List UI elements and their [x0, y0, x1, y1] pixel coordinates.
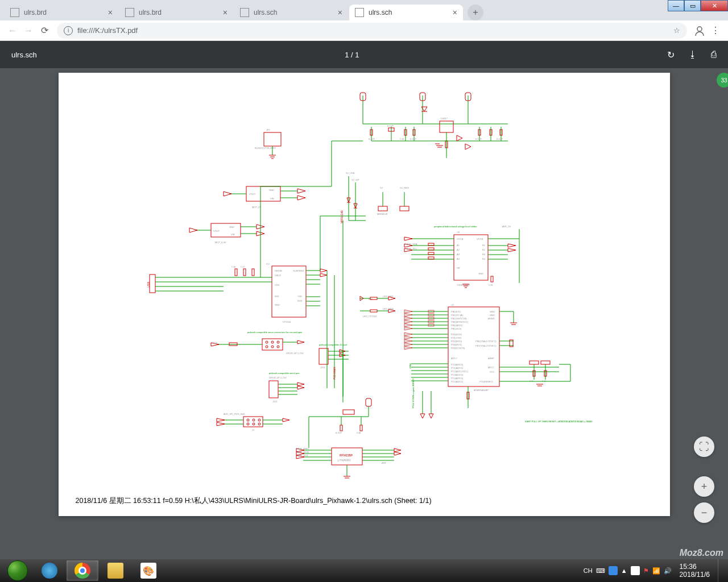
- svg-text:PB5(SCK): PB5(SCK): [451, 327, 462, 330]
- back-button[interactable]: ←: [5, 23, 20, 39]
- tray-volume-icon[interactable]: 🔊: [664, 567, 672, 575]
- tab-close[interactable]: ×: [453, 8, 457, 17]
- svg-text:B3: B3: [482, 253, 486, 256]
- svg-text:AVR_5V: AVR_5V: [502, 225, 511, 228]
- svg-text:ADC7: ADC7: [451, 357, 457, 360]
- tray-network-icon[interactable]: 📶: [652, 567, 660, 575]
- tray-icon-2[interactable]: [631, 566, 640, 575]
- svg-marker-246: [420, 414, 425, 418]
- taskbar-explorer[interactable]: [100, 560, 131, 581]
- ime-keyboard-icon[interactable]: ⌨: [596, 567, 605, 575]
- svg-rect-99: [243, 269, 246, 276]
- svg-marker-51: [297, 196, 305, 200]
- browser-tab-2[interactable]: ulrs.sch ×: [234, 5, 348, 20]
- address-bar[interactable]: i file:///K:/ulrsTX.pdf ☆: [57, 23, 687, 39]
- svg-text:VIN: VIN: [231, 233, 235, 236]
- svg-text:PD3(INT1): PD3(INT1): [451, 343, 462, 346]
- pdf-toolbar: ulrs.sch 1 / 1 ↻ ⭳ ⎙: [0, 41, 728, 68]
- svg-text:0.1UF: 0.1UF: [336, 431, 342, 434]
- svg-rect-335: [360, 425, 362, 431]
- svg-point-266: [277, 341, 279, 343]
- site-info-icon[interactable]: i: [64, 26, 73, 35]
- file-icon: [125, 8, 134, 17]
- browser-tab-3[interactable]: ulrs.sch ×: [349, 5, 463, 20]
- window-minimize[interactable]: —: [668, 0, 684, 11]
- pdf-zoom-in-button[interactable]: +: [694, 476, 714, 497]
- svg-point-0: [697, 27, 702, 31]
- browser-tab-0[interactable]: ulrs.brd ×: [5, 5, 118, 20]
- clock-date: 2018/11/6: [680, 571, 710, 579]
- watermark: Moz8.com: [680, 548, 723, 558]
- svg-marker-35: [457, 135, 462, 141]
- tray-app-icon[interactable]: [609, 566, 618, 575]
- paint-icon: 🎨: [140, 563, 156, 579]
- svg-point-267: [266, 346, 268, 348]
- svg-rect-288: [269, 381, 278, 398]
- window-maximize[interactable]: ▭: [684, 0, 701, 11]
- tab-close[interactable]: ×: [338, 8, 342, 17]
- svg-text:C23: C23: [489, 284, 493, 286]
- svg-text:AVCC: AVCC: [488, 366, 494, 369]
- svg-rect-8: [440, 121, 453, 132]
- pdf-print-button[interactable]: ⎙: [711, 49, 717, 60]
- forward-button[interactable]: →: [20, 23, 36, 39]
- svg-text:VBUS: VBUS: [275, 274, 281, 277]
- window-close[interactable]: ✕: [701, 0, 728, 11]
- svg-text:C17: C17: [241, 265, 245, 268]
- svg-marker-154: [508, 248, 516, 252]
- svg-point-265: [271, 341, 274, 343]
- svg-text:ANT: ANT: [382, 462, 387, 464]
- svg-rect-101: [252, 269, 254, 276]
- pdf-viewport[interactable]: LM317 0.1UF 8.2UF C10 0.1UF 0.1UF 0.1UF …: [0, 68, 728, 559]
- taskbar-chrome[interactable]: [67, 560, 98, 581]
- user-icon: [694, 25, 705, 36]
- new-tab-button[interactable]: +: [468, 5, 483, 20]
- menu-button[interactable]: ⋮: [708, 23, 723, 39]
- pdf-filename: ulrs.sch: [11, 51, 37, 59]
- svg-text:RFM23BP: RFM23BP: [340, 454, 353, 457]
- profile-button[interactable]: [692, 23, 708, 39]
- taskbar-paint[interactable]: 🎨: [133, 560, 164, 581]
- browser-tab-1[interactable]: ulrs.brd ×: [119, 5, 233, 20]
- svg-marker-275: [297, 340, 304, 344]
- pdf-zoom-out-button[interactable]: −: [694, 502, 714, 523]
- bookmark-star-icon[interactable]: ☆: [673, 26, 680, 35]
- svg-rect-339: [366, 398, 371, 406]
- svg-rect-91: [150, 275, 155, 293]
- extension-badge[interactable]: 33: [717, 73, 728, 88]
- svg-marker-248: [429, 414, 433, 418]
- pdf-download-button[interactable]: ⭳: [688, 49, 697, 60]
- svg-marker-208: [404, 339, 412, 343]
- svg-text:VCCA: VCCA: [457, 238, 463, 240]
- taskbar-clock[interactable]: 15:36 2018/11/6: [675, 563, 714, 579]
- start-button[interactable]: [2, 559, 33, 582]
- svg-text:PB0(ICP): PB0(ICP): [451, 310, 461, 313]
- tab-close[interactable]: ×: [223, 8, 228, 17]
- svg-text:pixhawk compatible servo conne: pixhawk compatible servo connectors for …: [247, 331, 303, 334]
- reload-button[interactable]: ⟳: [36, 23, 52, 39]
- tab-close[interactable]: ×: [108, 8, 113, 17]
- svg-text:AVR_SCL: AVR_SCL: [407, 247, 417, 250]
- svg-text:AVR_SPI_PRG_6NS: AVR_SPI_PRG_6NS: [224, 413, 245, 415]
- system-tray: CH ⌨ ▲ ⚑ 📶 🔊 15:36 2018/11/6: [584, 559, 726, 582]
- svg-point-298: [247, 419, 249, 421]
- taskbar-ie[interactable]: [34, 560, 65, 581]
- svg-text:MCP_3.3V: MCP_3.3V: [215, 241, 226, 244]
- pdf-rotate-button[interactable]: ↻: [667, 49, 675, 60]
- svg-text:GND: GND: [269, 189, 274, 192]
- tab-title: ulrs.brd: [24, 9, 47, 16]
- svg-text:VOUT: VOUT: [213, 230, 220, 232]
- svg-marker-204: [404, 323, 412, 327]
- svg-marker-136: [404, 237, 412, 240]
- svg-text:U6: U6: [457, 231, 460, 234]
- pdf-fit-button[interactable]: ⛶: [694, 436, 714, 457]
- svg-marker-206: [404, 332, 412, 336]
- show-desktop-button[interactable]: [718, 559, 723, 582]
- svg-marker-210: [404, 346, 412, 350]
- svg-text:J1: J1: [252, 429, 255, 431]
- ime-indicator[interactable]: CH: [584, 567, 593, 574]
- tray-flag-icon[interactable]: ⚑: [643, 567, 649, 575]
- tray-up-icon[interactable]: ▲: [621, 567, 627, 574]
- svg-text:VDD: VDD: [275, 284, 280, 286]
- svg-rect-230: [530, 361, 539, 364]
